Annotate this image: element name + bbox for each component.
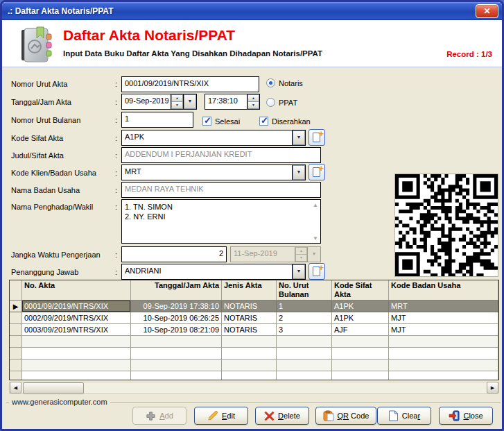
nomor-urut-bulanan-input[interactable]: 1 — [121, 112, 193, 128]
table-row[interactable]: 0002/09/2019/NTRS/XIX10-Sep-2019 06:26:2… — [10, 312, 498, 324]
table-cell[interactable] — [389, 371, 498, 380]
table-cell[interactable] — [131, 360, 222, 371]
add-button[interactable]: Add — [132, 407, 186, 425]
table-cell[interactable] — [131, 371, 222, 380]
row-marker — [10, 371, 22, 380]
kode-sifat-browse-button[interactable]: + — [309, 129, 325, 146]
table-empty-row[interactable] — [10, 371, 498, 380]
nama-badan-usaha-input[interactable]: MEDAN RAYA TEHNIK — [121, 182, 321, 198]
clear-button[interactable]: Clear — [377, 407, 431, 425]
column-header-kode-sifat[interactable]: Kode Sifat Akta — [332, 280, 389, 301]
edit-button[interactable]: Edit — [194, 407, 248, 425]
table-cell[interactable]: 09-Sep-2019 17:38:10 — [131, 301, 222, 312]
penanggung-browse-button[interactable]: + — [309, 263, 325, 280]
table-cell[interactable] — [22, 360, 131, 371]
table-horizontal-scrollbar[interactable]: ◀ ▶ — [9, 382, 499, 394]
radio-ppat[interactable]: PPAT — [266, 98, 297, 107]
jam-spinner[interactable]: ▲▼ — [247, 94, 259, 109]
qr-code-button[interactable]: QR Code — [315, 407, 376, 425]
table-cell[interactable]: A1PK — [332, 312, 389, 324]
radio-notaris[interactable]: Notaris — [266, 78, 303, 87]
column-header-urut-bulanan[interactable]: No. Urut Bulanan — [277, 280, 332, 301]
table-cell[interactable]: 0002/09/2019/NTRS/XIX — [22, 312, 131, 324]
table-cell[interactable] — [277, 336, 332, 348]
table-cell[interactable]: MJT — [389, 312, 498, 324]
table-cell[interactable]: 10-Sep-2019 06:26:25 — [131, 312, 222, 324]
judul-sifat-akta-input[interactable]: ADDENDUM I PERJANJIAN KREDIT — [121, 147, 321, 163]
tanggal-dropdown-button[interactable]: ▼ — [183, 94, 196, 109]
table-cell[interactable] — [332, 336, 389, 348]
tanggal-spinner[interactable]: ▲▼ — [171, 94, 183, 109]
kode-sifat-akta-combobox[interactable]: A1PK ▼ — [121, 130, 306, 146]
table-cell[interactable] — [277, 348, 332, 360]
table-cell[interactable] — [389, 360, 498, 371]
table-cell[interactable]: 3 — [277, 324, 332, 336]
table-cell[interactable] — [22, 336, 131, 348]
table-cell[interactable]: NOTARIS — [222, 312, 277, 324]
table-row[interactable]: ▶0001/09/2019/NTRS/XIX09-Sep-2019 17:38:… — [10, 301, 498, 312]
table-cell[interactable]: MRT — [389, 301, 498, 312]
delete-button[interactable]: Delete — [255, 407, 309, 425]
label-penanggung-jawab: Penanggung Jawab — [11, 268, 78, 276]
table-cell[interactable]: A1PK — [332, 301, 389, 312]
nama-penghadap-textarea[interactable]: 1. TN. SIMON 2. NY. ERNI — [121, 199, 321, 244]
checkbox-diserahkan[interactable]: Diserahkan — [259, 117, 311, 126]
column-header-tanggal[interactable]: Tanggal/Jam Akta — [131, 280, 222, 301]
table-cell[interactable] — [332, 348, 389, 360]
spin-down-icon[interactable]: ▼ — [171, 102, 183, 109]
kode-sifat-dropdown-button[interactable]: ▼ — [292, 130, 305, 145]
table-empty-row[interactable] — [10, 360, 498, 371]
table-cell[interactable] — [332, 360, 389, 371]
table-cell[interactable] — [22, 371, 131, 380]
table-cell[interactable] — [222, 336, 277, 348]
table-cell[interactable]: 10-Sep-2019 08:21:09 — [131, 324, 222, 336]
scroll-right-button[interactable]: ▶ — [487, 382, 498, 394]
kode-klien-dropdown-button[interactable]: ▼ — [292, 165, 305, 180]
table-cell[interactable]: 2 — [277, 312, 332, 324]
table-cell[interactable] — [277, 371, 332, 380]
column-header-jenis[interactable]: Jenis Akta — [222, 280, 277, 301]
scroll-left-button[interactable]: ◀ — [10, 382, 21, 394]
table-row[interactable]: 0003/09/2019/NTRS/XIX10-Sep-2019 08:21:0… — [10, 324, 498, 336]
kode-klien-combobox[interactable]: MRT ▼ — [121, 164, 306, 180]
table-cell[interactable] — [131, 336, 222, 348]
title-bar[interactable]: .: Daftar Akta Notaris/PPAT — [2, 2, 502, 20]
table-cell[interactable] — [277, 360, 332, 371]
table-cell[interactable]: MJT — [389, 324, 498, 336]
close-button[interactable]: Close — [439, 407, 493, 425]
colon: : — [115, 251, 117, 259]
column-header-kode-badan[interactable]: Kode Badan Usaha — [389, 280, 498, 301]
kode-klien-browse-button[interactable]: + — [309, 164, 325, 180]
table-cell[interactable] — [222, 348, 277, 360]
spin-up-icon[interactable]: ▲ — [247, 94, 259, 102]
table-cell[interactable]: NOTARIS — [222, 324, 277, 336]
table-empty-row[interactable] — [10, 348, 498, 360]
spin-up-icon[interactable]: ▲ — [171, 94, 183, 102]
table-empty-row[interactable] — [10, 336, 498, 348]
penanggung-jawab-combobox[interactable]: ANDRIANI ▼ — [121, 264, 306, 280]
penanggung-dropdown-button[interactable]: ▼ — [292, 264, 305, 279]
table-cell[interactable] — [332, 371, 389, 380]
table-cell[interactable]: 0001/09/2019/NTRS/XIX — [22, 301, 131, 312]
close-window-button[interactable]: ✕ — [476, 4, 498, 18]
table-cell[interactable]: 0003/09/2019/NTRS/XIX — [22, 324, 131, 336]
tanggal-akta-field[interactable]: 09-Sep-2019 ▲▼ ▼ — [121, 94, 197, 110]
table-cell[interactable]: AJF — [332, 324, 389, 336]
row-marker: ▶ — [10, 301, 22, 312]
spin-down-icon[interactable]: ▼ — [247, 102, 259, 109]
jam-akta-field[interactable]: 17:38:10 ▲▼ — [205, 94, 260, 110]
table-cell[interactable] — [222, 371, 277, 380]
table-cell[interactable] — [389, 336, 498, 348]
table-cell[interactable]: 1 — [277, 301, 332, 312]
table-cell[interactable] — [131, 348, 222, 360]
table-cell[interactable] — [222, 360, 277, 371]
column-header-no-akta[interactable]: No. Akta — [22, 280, 131, 301]
checkbox-selesai[interactable]: Selesai — [202, 117, 240, 126]
scrollbar-thumb[interactable] — [23, 382, 84, 394]
jangka-waktu-input[interactable]: 2 — [121, 246, 227, 262]
table-cell[interactable] — [22, 348, 131, 360]
table-cell[interactable]: NOTARIS — [222, 301, 277, 312]
row-marker — [10, 324, 22, 336]
table-cell[interactable] — [389, 348, 498, 360]
nomor-urut-akta-input[interactable]: 0001/09/2019/NTRS/XIX — [121, 76, 259, 92]
